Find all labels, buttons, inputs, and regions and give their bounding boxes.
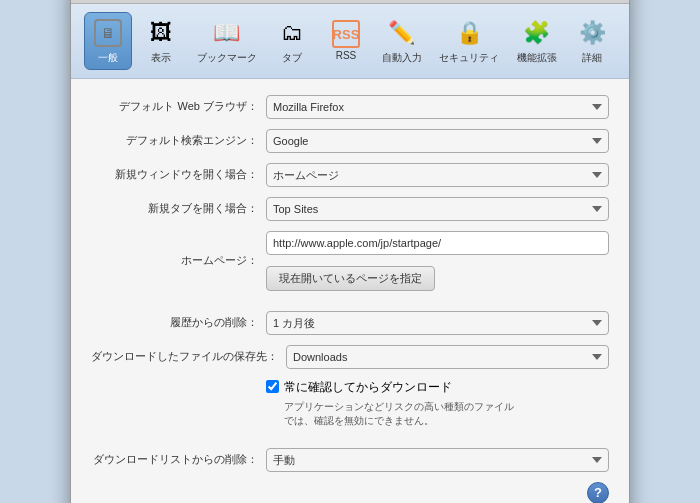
homepage-input[interactable] xyxy=(266,231,609,255)
content-area: デフォルト Web ブラウザ： Mozilla Firefox デフォルト検索エ… xyxy=(71,79,629,504)
bookmark-icon: 📖 xyxy=(211,17,243,49)
toolbar-label-bookmark: ブックマーク xyxy=(197,51,257,65)
security-icon: 🔒 xyxy=(453,17,485,49)
toolbar-item-general[interactable]: 🖥 一般 xyxy=(84,12,132,70)
toolbar-item-autofill[interactable]: ✏️ 自動入力 xyxy=(376,13,428,69)
toolbar-label-rss: RSS xyxy=(336,50,357,61)
help-button[interactable]: ? xyxy=(587,482,609,504)
homepage-row: ホームページ： 現在開いているページを指定 xyxy=(91,231,609,291)
new-tab-row: 新規タブを開く場合： Top Sites xyxy=(91,197,609,221)
toolbar-label-display: 表示 xyxy=(151,51,171,65)
default-search-label: デフォルト検索エンジン： xyxy=(91,133,266,148)
toolbar-label-security: セキュリティ xyxy=(439,51,499,65)
titlebar: 一般 xyxy=(71,0,629,4)
default-search-row: デフォルト検索エンジン： Google xyxy=(91,129,609,153)
display-icon: 🖼 xyxy=(145,17,177,49)
new-window-row: 新規ウィンドウを開く場合： ホームページ xyxy=(91,163,609,187)
download-list-delete-label: ダウンロードリストからの削除： xyxy=(91,452,266,467)
new-tab-label: 新規タブを開く場合： xyxy=(91,201,266,216)
confirm-download-control: 常に確認してからダウンロード アプリケーションなどリスクの高い種類のファイルでは… xyxy=(266,379,609,428)
default-browser-control: Mozilla Firefox xyxy=(266,95,609,119)
download-location-select[interactable]: Downloads xyxy=(286,345,609,369)
new-window-select[interactable]: ホームページ xyxy=(266,163,609,187)
download-location-control: Downloads xyxy=(286,345,609,369)
preferences-window: 一般 🖥 一般 🖼 表示 📖 ブックマーク 🗂 タブ RSS RSS ✏️ 自動… xyxy=(70,0,630,503)
default-browser-label: デフォルト Web ブラウザ： xyxy=(91,99,266,114)
extensions-icon: 🧩 xyxy=(521,17,553,49)
toolbar-label-tab: タブ xyxy=(282,51,302,65)
toolbar-item-bookmark[interactable]: 📖 ブックマーク xyxy=(191,13,263,69)
download-list-delete-select[interactable]: 手動 xyxy=(266,448,609,472)
toolbar-item-extensions[interactable]: 🧩 機能拡張 xyxy=(511,13,563,69)
default-browser-row: デフォルト Web ブラウザ： Mozilla Firefox xyxy=(91,95,609,119)
new-window-control: ホームページ xyxy=(266,163,609,187)
new-tab-control: Top Sites xyxy=(266,197,609,221)
confirm-download-checkbox-row: 常に確認してからダウンロード xyxy=(266,379,609,396)
default-browser-select[interactable]: Mozilla Firefox xyxy=(266,95,609,119)
toolbar-label-advanced: 詳細 xyxy=(582,51,602,65)
download-list-delete-row: ダウンロードリストからの削除： 手動 xyxy=(91,448,609,472)
toolbar-label-general: 一般 xyxy=(98,51,118,65)
download-note: アプリケーションなどリスクの高い種類のファイルでは、確認を無効にできません。 xyxy=(284,400,609,428)
confirm-download-label: 常に確認してからダウンロード xyxy=(284,379,452,396)
download-location-label: ダウンロードしたファイルの保存先： xyxy=(91,349,286,364)
confirm-download-checkbox[interactable] xyxy=(266,380,279,393)
homepage-control: 現在開いているページを指定 xyxy=(266,231,609,291)
default-search-select[interactable]: Google xyxy=(266,129,609,153)
toolbar-item-display[interactable]: 🖼 表示 xyxy=(137,13,185,69)
history-delete-control: 1 カ月後 xyxy=(266,311,609,335)
toolbar-item-rss[interactable]: RSS RSS xyxy=(322,16,370,65)
confirm-download-row: 常に確認してからダウンロード アプリケーションなどリスクの高い種類のファイルでは… xyxy=(91,379,609,428)
toolbar-item-advanced[interactable]: ⚙️ 詳細 xyxy=(568,13,616,69)
advanced-icon: ⚙️ xyxy=(576,17,608,49)
history-delete-row: 履歴からの削除： 1 カ月後 xyxy=(91,311,609,335)
new-window-label: 新規ウィンドウを開く場合： xyxy=(91,167,266,182)
default-search-control: Google xyxy=(266,129,609,153)
toolbar-label-autofill: 自動入力 xyxy=(382,51,422,65)
tab-icon: 🗂 xyxy=(276,17,308,49)
general-icon: 🖥 xyxy=(92,17,124,49)
autofill-icon: ✏️ xyxy=(386,17,418,49)
toolbar-item-security[interactable]: 🔒 セキュリティ xyxy=(433,13,505,69)
toolbar-item-tab[interactable]: 🗂 タブ xyxy=(268,13,316,69)
toolbar-label-extensions: 機能拡張 xyxy=(517,51,557,65)
download-list-delete-control: 手動 xyxy=(266,448,609,472)
history-delete-label: 履歴からの削除： xyxy=(91,315,266,330)
rss-icon: RSS xyxy=(332,20,360,48)
history-delete-select[interactable]: 1 カ月後 xyxy=(266,311,609,335)
help-button-area: ? xyxy=(91,482,609,504)
set-page-button[interactable]: 現在開いているページを指定 xyxy=(266,266,435,291)
homepage-label: ホームページ： xyxy=(91,253,266,268)
download-location-row: ダウンロードしたファイルの保存先： Downloads xyxy=(91,345,609,369)
toolbar: 🖥 一般 🖼 表示 📖 ブックマーク 🗂 タブ RSS RSS ✏️ 自動入力 … xyxy=(71,4,629,79)
new-tab-select[interactable]: Top Sites xyxy=(266,197,609,221)
